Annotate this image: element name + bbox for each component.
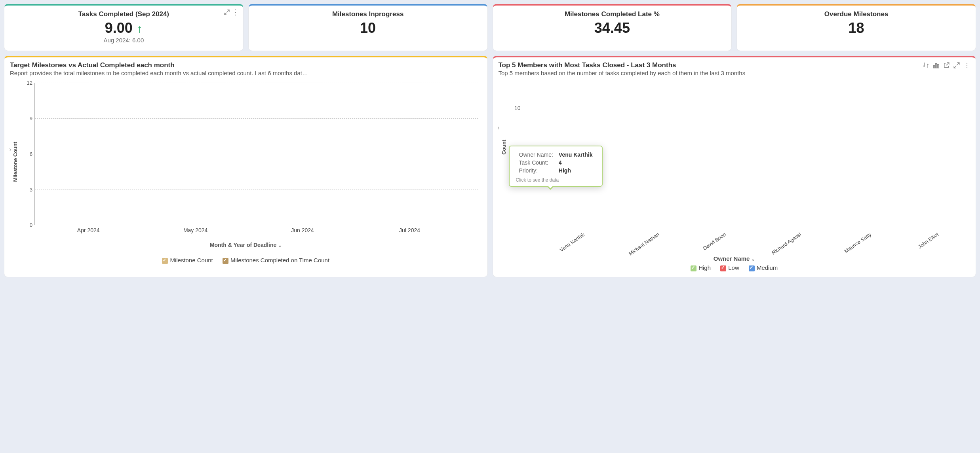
kpi-value: 10 bbox=[255, 20, 481, 36]
x-tick-label: May 2024 bbox=[142, 225, 249, 233]
trend-up-icon: ↑ bbox=[137, 22, 143, 35]
kpi-milestones-late-pct[interactable]: Milestones Completed Late % 34.45 bbox=[493, 4, 732, 51]
chart-top-members[interactable]: Count › 10Venu KarthikMichael NathanDavi… bbox=[506, 84, 970, 227]
tooltip-label: Priority: bbox=[517, 167, 556, 174]
tooltip-value: Venu Karthik bbox=[556, 151, 595, 158]
y-tick: 9 bbox=[24, 116, 32, 121]
tooltip-hint: Click to see the data bbox=[516, 177, 596, 183]
legend-swatch-icon bbox=[223, 258, 228, 264]
x-axis-label[interactable]: Owner Name bbox=[499, 255, 970, 262]
svg-rect-2 bbox=[938, 64, 939, 68]
y-tick: 12 bbox=[24, 80, 32, 86]
sort-icon[interactable] bbox=[921, 61, 931, 70]
svg-rect-0 bbox=[933, 65, 934, 68]
kpi-overdue-milestones[interactable]: Overdue Milestones 18 bbox=[736, 4, 976, 51]
chart-tooltip[interactable]: Owner Name:Venu Karthik Task Count:4 Pri… bbox=[509, 146, 603, 187]
panel-top-members: ⋮ Top 5 Members with Most Tasks Closed -… bbox=[493, 56, 976, 277]
bar-group[interactable]: May 2024 bbox=[142, 83, 249, 225]
kpi-title: Overdue Milestones bbox=[743, 10, 969, 18]
kpi-value: 18 bbox=[743, 20, 969, 36]
x-tick-label: John Elliot bbox=[915, 227, 942, 250]
x-tick-label: Richard Agassi bbox=[769, 227, 804, 256]
panel-title: Top 5 Members with Most Tasks Closed - L… bbox=[499, 61, 970, 69]
panel-title: Target Milestones vs Actual Completed ea… bbox=[10, 61, 482, 69]
kpi-tasks-completed[interactable]: ⋮ Tasks Completed (Sep 2024) 9.00 ↑ Aug … bbox=[4, 4, 244, 51]
legend-item[interactable]: Medium bbox=[749, 264, 778, 271]
x-tick-label: Jun 2024 bbox=[249, 225, 356, 233]
expand-icon[interactable] bbox=[223, 8, 231, 17]
bar-group[interactable]: Apr 2024 bbox=[35, 83, 142, 225]
kpi-compare: Aug 2024: 6.00 bbox=[11, 37, 237, 44]
y-axis-label: Milestone Count bbox=[12, 142, 18, 182]
legend-swatch-icon bbox=[749, 265, 755, 271]
tooltip-value: 4 bbox=[556, 159, 595, 166]
x-tick-label: Maurice Satty bbox=[841, 227, 874, 254]
legend-item[interactable]: Milestones Completed on Time Count bbox=[223, 257, 329, 264]
x-tick-label: Jul 2024 bbox=[356, 225, 463, 233]
legend-item[interactable]: Milestone Count bbox=[162, 257, 213, 264]
panel-subtitle: Report provides the total milestones to … bbox=[10, 70, 482, 76]
open-external-icon[interactable] bbox=[942, 61, 951, 70]
kpi-title: Milestones Completed Late % bbox=[499, 10, 725, 18]
y-axis-label: Count bbox=[501, 140, 507, 155]
y-tick: 3 bbox=[24, 186, 32, 192]
kpi-row: ⋮ Tasks Completed (Sep 2024) 9.00 ↑ Aug … bbox=[4, 4, 976, 51]
x-tick-label: Venu Karthik bbox=[556, 227, 588, 253]
chart-row: Target Milestones vs Actual Completed ea… bbox=[4, 56, 976, 277]
tooltip-value: High bbox=[556, 167, 595, 174]
more-icon[interactable]: ⋮ bbox=[962, 61, 972, 70]
kpi-milestones-inprogress[interactable]: Milestones Inprogress 10 bbox=[248, 4, 488, 51]
x-tick-label: David Boon bbox=[700, 227, 729, 251]
bar-group[interactable]: Jul 2024 bbox=[356, 83, 463, 225]
tooltip-label: Task Count: bbox=[517, 159, 556, 166]
legend-item[interactable]: High bbox=[691, 264, 711, 271]
expand-icon[interactable] bbox=[952, 61, 961, 70]
chart-legend: Milestone Count Milestones Completed on … bbox=[10, 257, 482, 264]
kpi-value: 9.00 ↑ bbox=[11, 20, 237, 36]
kpi-title: Milestones Inprogress bbox=[255, 10, 481, 18]
x-tick-label: Michael Nathan bbox=[625, 227, 662, 257]
legend-item[interactable]: Low bbox=[720, 264, 739, 271]
more-icon[interactable]: ⋮ bbox=[231, 8, 240, 17]
y-tick: 0 bbox=[24, 222, 32, 228]
x-axis-label[interactable]: Month & Year of Deadline bbox=[10, 242, 482, 248]
legend-swatch-icon bbox=[691, 265, 696, 271]
y-tick: 10 bbox=[511, 105, 521, 111]
chart-target-vs-actual[interactable]: Milestone Count › 036912Apr 2024May 2024… bbox=[18, 83, 482, 241]
tooltip-label: Owner Name: bbox=[517, 151, 556, 158]
bar-group[interactable]: Jun 2024 bbox=[249, 83, 356, 225]
legend-swatch-icon bbox=[720, 265, 726, 271]
legend-swatch-icon bbox=[162, 258, 168, 264]
y-tick: 6 bbox=[24, 151, 32, 157]
panel-subtitle: Top 5 members based on the number of tas… bbox=[499, 70, 970, 76]
panel-target-vs-actual: Target Milestones vs Actual Completed ea… bbox=[4, 56, 488, 277]
kpi-title: Tasks Completed (Sep 2024) bbox=[11, 10, 237, 18]
x-tick-label: Apr 2024 bbox=[35, 225, 142, 233]
chart-type-icon[interactable] bbox=[931, 61, 941, 70]
kpi-value: 34.45 bbox=[499, 20, 725, 36]
chart-legend: High Low Medium bbox=[499, 264, 970, 271]
axis-expand-icon[interactable]: › bbox=[9, 146, 11, 153]
axis-expand-icon[interactable]: › bbox=[498, 124, 500, 131]
svg-rect-1 bbox=[936, 64, 937, 68]
